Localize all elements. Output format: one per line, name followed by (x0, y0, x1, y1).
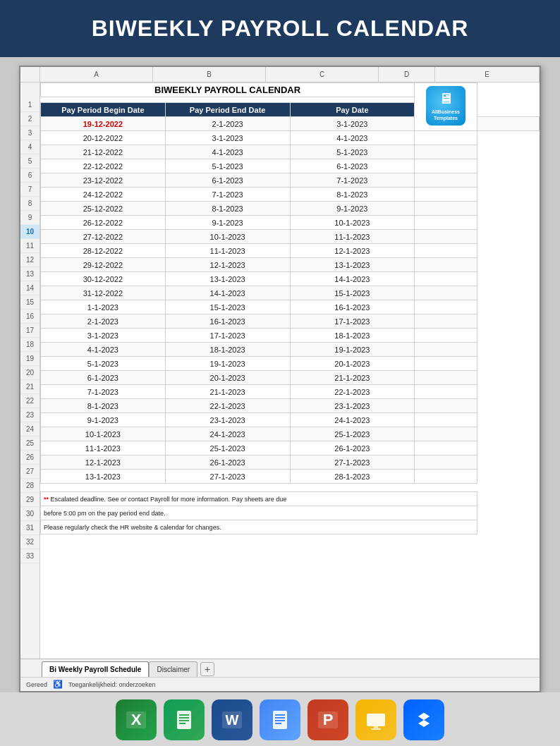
row-num-11: 11 (20, 239, 39, 253)
table-row: 1-1-2023 15-1-2023 16-1-2023 (41, 300, 540, 314)
header-pay-date: Pay Date (290, 103, 415, 117)
svg-rect-16 (367, 714, 385, 726)
end-date-2: 3-1-2023 (165, 131, 290, 145)
svg-rect-18 (371, 728, 381, 730)
svg-rect-4 (179, 717, 189, 719)
table-row: 20-12-2022 3-1-2023 4-1-2023 (41, 131, 540, 145)
col-header-a: A (40, 67, 153, 82)
spreadsheet-area: A B C D E 1 2 3 4 5 6 7 8 9 10 11 12 13 (20, 67, 540, 659)
top-banner: BIWEEKLY PAYROLL CALENDAR (0, 0, 560, 57)
logo-text: AllBusinessTemplates (432, 109, 460, 121)
table-row: 4-1-2023 18-1-2023 19-1-2023 (41, 343, 540, 357)
svg-rect-13 (275, 723, 281, 724)
status-text: Gereed (26, 681, 47, 688)
table-row: 23-12-2022 6-1-2023 7-1-2023 (41, 173, 540, 188)
begin-date-1: 19-12-2022 (41, 117, 166, 131)
slides-icon[interactable] (355, 699, 396, 740)
table-row: 28-12-2022 11-1-2023 12-1-2023 (41, 244, 540, 258)
excel-svg: X (124, 708, 148, 732)
table-row: 2-1-2023 16-1-2023 17-1-2023 (41, 314, 540, 329)
table-row: 8-1-2023 22-1-2023 23-1-2023 (41, 399, 540, 413)
row-num-18: 18 (20, 338, 39, 352)
word-svg: W (220, 708, 244, 732)
row-num-12: 12 (20, 253, 39, 267)
row-num-26: 26 (20, 451, 39, 465)
pay-date-1: 3-1-2023 (290, 117, 415, 131)
svg-text:W: W (226, 712, 239, 728)
spreadsheet-window: A B C D E 1 2 3 4 5 6 7 8 9 10 11 12 13 (19, 66, 541, 692)
table-row: 30-12-2022 13-1-2023 14-1-2023 (41, 272, 540, 286)
sheet-title-cell: BIWEEKLY PAYROLL CALENDAR (41, 83, 415, 97)
header-begin-date: Pay Period Begin Date (41, 103, 166, 117)
row-num-25: 25 (20, 436, 39, 451)
dropbox-icon[interactable] (403, 699, 444, 740)
table-row: 25-12-2022 8-1-2023 9-1-2023 (41, 202, 540, 216)
sheet-content: BIWEEKLY PAYROLL CALENDAR 🖥 AllBusinessT… (40, 82, 540, 659)
svg-rect-5 (179, 720, 189, 721)
row-num-24: 24 (20, 422, 39, 436)
svg-text:P: P (323, 711, 334, 728)
row-num-21: 21 (20, 380, 39, 394)
row-num-33: 33 (20, 549, 39, 563)
excel-icon[interactable]: X (116, 699, 157, 740)
row-num-19: 19 (20, 352, 39, 366)
data-table: BIWEEKLY PAYROLL CALENDAR 🖥 AllBusinessT… (40, 82, 540, 534)
sheets-icon[interactable] (164, 699, 205, 740)
svg-rect-10 (275, 714, 285, 716)
col-header-c: C (266, 67, 379, 82)
table-row: 6-1-2023 20-1-2023 21-1-2023 (41, 371, 540, 385)
status-bar: Gereed ♿ Toegankelijkheid: onderzoeken (20, 677, 540, 691)
pay-date-2: 4-1-2023 (290, 131, 415, 145)
table-row: 27-12-2022 10-1-2023 11-1-2023 (41, 230, 540, 244)
row-num-23: 23 (20, 408, 39, 422)
table-row: 7-1-2023 21-1-2023 22-1-2023 (41, 385, 540, 399)
row-num-31: 31 (20, 521, 39, 535)
table-row: 10-1-2023 24-1-2023 25-1-2023 (41, 427, 540, 441)
footnote-row-2: before 5:00 pm on the pay period end dat… (41, 506, 540, 520)
row-num-13: 13 (20, 267, 39, 281)
row-num-9: 9 (20, 211, 39, 225)
footnote-star: ** (44, 496, 49, 503)
svg-rect-12 (275, 720, 285, 721)
dropbox-svg (412, 708, 436, 732)
table-row: 11-1-2023 25-1-2023 26-1-2023 (41, 441, 540, 455)
table-row: 5-1-2023 19-1-2023 20-1-2023 (41, 357, 540, 371)
tab-bar: Bi Weekly Payroll Schedule Disclaimer + (20, 659, 540, 677)
sheets-svg (172, 708, 196, 732)
tab-biweekly-label: Bi Weekly Payroll Schedule (49, 666, 141, 673)
logo-icon: 🖥 (439, 90, 453, 107)
col-header-d: D (379, 67, 435, 82)
table-row: 21-12-2022 4-1-2023 5-1-2023 (41, 145, 540, 159)
row-num-20: 20 (20, 366, 39, 380)
powerpoint-icon[interactable]: P (308, 699, 348, 740)
table-row: 22-12-2022 5-1-2023 6-1-2023 (41, 159, 540, 173)
slides-svg (364, 708, 388, 732)
empty-row-30 (41, 484, 540, 492)
allbusiness-logo: 🖥 AllBusinessTemplates (426, 86, 465, 126)
row-numbers: 1 2 3 4 5 6 7 8 9 10 11 12 13 14 15 16 1… (20, 82, 40, 659)
table-row: 31-12-2022 14-1-2023 15-1-2023 (41, 286, 540, 300)
row-num-2: 2 (20, 112, 39, 126)
table-row: 29-12-2022 12-1-2023 13-1-2023 (41, 258, 540, 272)
tab-biweekly[interactable]: Bi Weekly Payroll Schedule (42, 661, 149, 677)
row-num-3: 3 (20, 126, 39, 140)
begin-date-2: 20-12-2022 (41, 131, 166, 145)
table-row: 9-1-2023 23-1-2023 24-1-2023 (41, 413, 540, 427)
footnote-row-3: Please regularly check the HR website & … (41, 520, 540, 534)
tab-disclaimer[interactable]: Disclaimer (149, 661, 197, 677)
row-num-14: 14 (20, 281, 39, 295)
table-row: 24-12-2022 7-1-2023 8-1-2023 (41, 188, 540, 202)
bottom-app-icons: X W (0, 692, 560, 746)
add-sheet-button[interactable]: + (200, 662, 214, 676)
row-num-28: 28 (20, 479, 39, 493)
docs-icon[interactable] (260, 699, 300, 740)
svg-rect-6 (179, 723, 185, 724)
row-num-5: 5 (20, 154, 39, 169)
svg-rect-17 (374, 726, 378, 728)
table-row: 12-1-2023 26-1-2023 27-1-2023 (41, 455, 540, 470)
table-row: 26-12-2022 9-1-2023 10-1-2023 (41, 216, 540, 230)
footnote-row-1: ** Escalated deadline. See or contact Pa… (41, 492, 540, 506)
word-icon[interactable]: W (212, 699, 252, 740)
header-end-date: Pay Period End Date (165, 103, 290, 117)
svg-marker-20 (418, 713, 430, 720)
